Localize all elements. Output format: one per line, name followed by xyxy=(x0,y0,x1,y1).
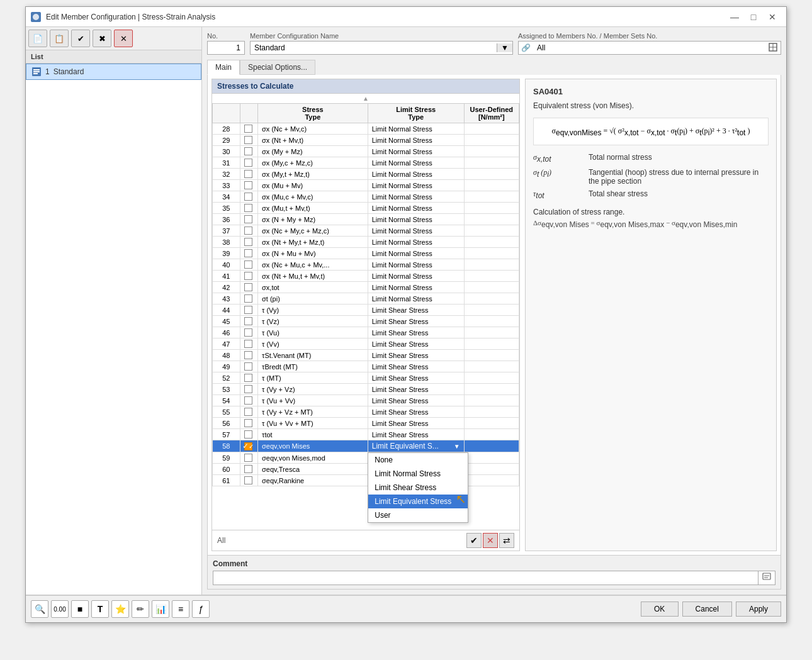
name-dropdown-arrow[interactable]: ▼ xyxy=(497,43,512,52)
row-limit-type[interactable]: Limit Normal Stress xyxy=(368,225,464,237)
row-checkbox-cell[interactable] xyxy=(240,293,257,305)
row-checkbox-cell[interactable] xyxy=(240,452,257,464)
row-checkbox[interactable] xyxy=(244,260,252,269)
table-btn-1[interactable]: ✔ xyxy=(466,533,482,548)
row-checkbox-cell[interactable] xyxy=(240,305,257,316)
row-checkbox[interactable] xyxy=(244,306,252,314)
row-checkbox-cell[interactable] xyxy=(240,338,257,350)
row-checkbox[interactable] xyxy=(244,215,252,223)
row-checkbox[interactable] xyxy=(244,454,252,462)
row-checkbox-cell[interactable] xyxy=(240,225,257,237)
table-scroll-area[interactable]: ▲ StressType Limit StressType xyxy=(212,94,519,530)
row-limit-type[interactable]: Limit Normal Stress xyxy=(368,169,464,180)
cancel-button[interactable]: Cancel xyxy=(682,601,732,617)
row-checkbox-cell[interactable] xyxy=(240,350,257,361)
row-limit-type[interactable]: Limit Normal Stress xyxy=(368,203,464,214)
row-checkbox-cell[interactable] xyxy=(240,406,257,418)
row-checkbox-cell[interactable] xyxy=(240,475,257,486)
row-limit-type[interactable]: Limit Normal Stress xyxy=(368,259,464,271)
row-limit-type[interactable]: Limit Normal Stress xyxy=(368,248,464,259)
minimize-button[interactable]: — xyxy=(726,9,743,25)
toolbar-grid[interactable]: ■ xyxy=(71,600,89,618)
no-input[interactable] xyxy=(207,41,245,55)
row-checkbox-cell[interactable] xyxy=(240,157,257,169)
row-limit-type[interactable]: Limit Normal Stress xyxy=(368,271,464,282)
close-button[interactable]: ✕ xyxy=(764,9,781,25)
row-limit-type[interactable]: Limit Normal Stress xyxy=(368,237,464,248)
row-checkbox[interactable] xyxy=(244,430,252,439)
row-limit-type[interactable]: Limit Normal Stress xyxy=(368,282,464,293)
row-checkbox-cell[interactable] xyxy=(240,372,257,384)
toolbar-edit[interactable]: ✏ xyxy=(132,600,149,618)
row-checkbox[interactable] xyxy=(244,328,252,337)
comment-action-button[interactable] xyxy=(758,571,775,584)
toolbar-search[interactable]: 🔍 xyxy=(31,600,48,618)
delete-button[interactable]: ✕ xyxy=(114,30,133,47)
row-checkbox[interactable] xyxy=(244,396,252,405)
row-checkbox[interactable] xyxy=(244,125,252,133)
row-checkbox-cell[interactable] xyxy=(240,361,257,372)
row-limit-type[interactable]: Limit Shear Stress xyxy=(368,429,464,440)
row-checkbox[interactable] xyxy=(244,136,252,144)
tab-main[interactable]: Main xyxy=(207,60,240,75)
row-checkbox-cell[interactable] xyxy=(240,146,257,157)
row-checkbox[interactable] xyxy=(244,227,252,235)
comment-input[interactable] xyxy=(213,572,758,584)
row-checkbox[interactable] xyxy=(244,317,252,325)
row-limit-type[interactable]: Limit Normal Stress xyxy=(368,146,464,157)
ok-button[interactable]: OK xyxy=(641,601,679,617)
apply-button[interactable]: Apply xyxy=(736,601,781,617)
row-checkbox-cell[interactable] xyxy=(240,180,257,191)
row-checkbox[interactable] xyxy=(244,159,252,167)
assigned-input[interactable] xyxy=(533,42,765,54)
row-checkbox-cell[interactable] xyxy=(240,384,257,395)
row-checkbox-cell[interactable] xyxy=(240,203,257,214)
dropdown-option[interactable]: Limit Equivalent Stress xyxy=(368,495,468,508)
row-checkbox[interactable] xyxy=(244,283,252,291)
row-checkbox-cell[interactable] xyxy=(240,123,257,135)
dropdown-option[interactable]: Limit Normal Stress xyxy=(368,467,468,481)
row-limit-type[interactable]: Limit Shear Stress xyxy=(368,372,464,384)
uncheck-button[interactable]: ✖ xyxy=(93,30,111,47)
row-checkbox-cell[interactable] xyxy=(240,327,257,338)
toolbar-list[interactable]: ≡ xyxy=(172,600,189,618)
row-checkbox-cell[interactable] xyxy=(240,214,257,225)
maximize-button[interactable]: □ xyxy=(745,9,762,25)
toolbar-star[interactable]: ⭐ xyxy=(111,600,129,618)
assigned-action-button[interactable] xyxy=(765,42,781,54)
row-limit-type[interactable]: Limit Shear Stress xyxy=(368,418,464,429)
row-checkbox[interactable] xyxy=(244,419,252,427)
row-checkbox[interactable] xyxy=(244,351,252,359)
row-limit-type[interactable]: Limit Shear Stress xyxy=(368,327,464,338)
row-checkbox-cell[interactable] xyxy=(240,418,257,429)
row-checkbox[interactable] xyxy=(244,408,252,416)
dropdown-option[interactable]: User xyxy=(368,508,468,522)
row-checkbox-cell[interactable] xyxy=(240,237,257,248)
row-limit-type[interactable]: Limit Normal Stress xyxy=(368,293,464,305)
row-checkbox[interactable] xyxy=(244,294,252,303)
row-checkbox-cell[interactable] xyxy=(240,248,257,259)
row-checkbox[interactable] xyxy=(244,193,252,201)
row-checkbox-cell[interactable] xyxy=(240,271,257,282)
row-limit-type[interactable]: Limit Shear Stress xyxy=(368,406,464,418)
row-checkbox-cell[interactable] xyxy=(240,316,257,327)
row-checkbox[interactable] xyxy=(244,340,252,348)
table-btn-2[interactable]: ✕ xyxy=(483,533,498,548)
toolbar-zero[interactable]: 0.00 xyxy=(51,600,69,618)
row-limit-type[interactable]: Limit Shear Stress xyxy=(368,361,464,372)
row-checkbox[interactable] xyxy=(244,465,252,473)
row-checkbox[interactable] xyxy=(244,238,252,246)
list-item[interactable]: 1 Standard xyxy=(26,64,201,80)
row-checkbox[interactable] xyxy=(244,181,252,189)
row-checkbox[interactable]: ✓ xyxy=(244,442,252,450)
row-checkbox-cell[interactable] xyxy=(240,464,257,475)
copy-button[interactable]: 📋 xyxy=(50,30,69,47)
row-limit-type[interactable]: Limit Shear Stress xyxy=(368,338,464,350)
row-checkbox[interactable] xyxy=(244,476,252,484)
row-limit-type[interactable]: Limit Normal Stress xyxy=(368,214,464,225)
row-checkbox-cell[interactable] xyxy=(240,169,257,180)
table-btn-3[interactable]: ⇄ xyxy=(499,533,514,548)
limit-dropdown-selected[interactable]: Limit Equivalent S...▼ xyxy=(372,442,460,450)
row-limit-type[interactable]: Limit Equivalent S...▼ xyxy=(368,440,464,452)
row-checkbox[interactable] xyxy=(244,362,252,371)
